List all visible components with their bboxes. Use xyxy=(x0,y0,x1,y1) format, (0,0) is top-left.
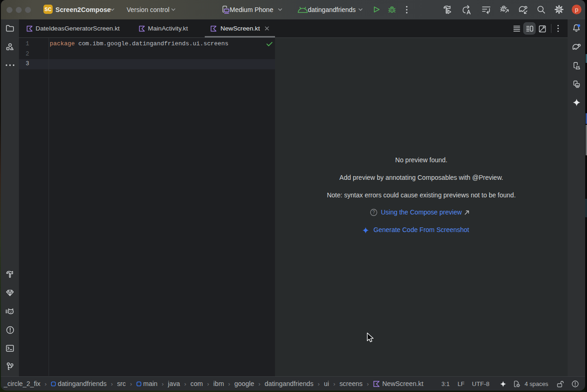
svg-text:?: ? xyxy=(373,210,375,215)
